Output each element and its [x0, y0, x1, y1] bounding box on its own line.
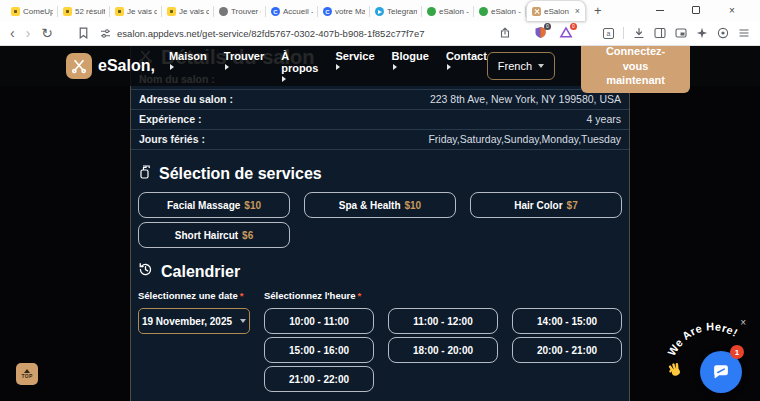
calendar-section-title: Calendrier — [138, 262, 622, 281]
calendar-title-text: Calendrier — [161, 263, 240, 281]
nav-item-label: Maison — [169, 50, 207, 62]
bookmark-icon[interactable] — [78, 27, 89, 39]
tab[interactable]: Je vais con — [162, 2, 214, 21]
nav-item-contact[interactable]: Contact — [446, 50, 487, 82]
language-select[interactable]: French — [487, 52, 555, 80]
url-text[interactable]: esalon.appdevs.net/get-service/82fd5767-… — [117, 28, 424, 39]
service-option[interactable]: Spa & Health$10 — [304, 192, 456, 218]
window-close-button[interactable]: × — [714, 2, 750, 20]
toolbar-divider — [623, 27, 624, 39]
logo[interactable]: eSalon, — [66, 53, 155, 79]
window-maximize-button[interactable] — [678, 2, 714, 20]
chat-widget: We Are Here! × 1 — [666, 315, 750, 395]
shield-extension-icon[interactable]: 0 — [534, 26, 547, 41]
nav-caret-icon — [170, 64, 174, 70]
extensions-icon[interactable] — [696, 27, 708, 39]
tab[interactable]: Trouver cli — [214, 2, 266, 21]
tab[interactable]: CAccueil - C — [266, 2, 318, 21]
tab-label: eSalon — [544, 7, 572, 16]
calendar-section: Sélectionnez une date* 19 November, 2025… — [138, 290, 622, 392]
service-option[interactable]: Facial Massage$10 — [138, 192, 290, 218]
date-select[interactable]: 19 November, 2025 — [138, 308, 250, 334]
tab[interactable]: ComeUp - — [6, 2, 58, 21]
nav-item-trouver[interactable]: Trouver — [224, 50, 264, 82]
time-slot-option[interactable]: 21:00 - 22:00 — [264, 366, 374, 392]
tab-label: votre Mar — [335, 7, 365, 16]
chat-bubble-icon — [710, 361, 732, 383]
time-slot-option[interactable]: 10:00 - 11:00 — [264, 308, 374, 334]
logo-text: eSalon, — [98, 57, 155, 75]
chat-close-icon[interactable]: × — [740, 317, 746, 328]
nav-caret-icon — [447, 64, 451, 70]
triangle-extension-icon[interactable]: 0 — [559, 26, 573, 40]
nav-caret-icon — [336, 64, 340, 70]
nav-item-label: À propos — [281, 50, 318, 74]
back-icon[interactable]: ‹ — [10, 26, 15, 40]
profile-icon[interactable] — [717, 27, 729, 39]
detail-label: Adresse du salon : — [139, 93, 233, 105]
toolbar-right-icons: a — [603, 27, 750, 39]
required-asterisk: * — [240, 290, 244, 301]
time-slot-grid: 10:00 - 11:0011:00 - 12:0014:00 - 15:001… — [264, 308, 622, 392]
detail-label: Jours fériés : — [139, 133, 205, 145]
service-price: $10 — [405, 200, 422, 211]
comeup-favicon — [115, 7, 124, 16]
service-option[interactable]: Hair Color$7 — [470, 192, 622, 218]
service-name: Spa & Health — [339, 200, 401, 211]
sidebar-icon[interactable] — [654, 27, 666, 39]
site-info-icon[interactable] — [100, 28, 111, 39]
top-label: TOP — [21, 373, 32, 379]
chevron-down-icon — [538, 64, 544, 68]
time-slot-option[interactable]: 20:00 - 21:00 — [512, 337, 622, 363]
detail-value: 4 years — [587, 113, 621, 125]
tab[interactable]: Je vais cré — [110, 2, 162, 21]
window-minimize-button[interactable] — [642, 2, 678, 20]
detail-row: Expérience :4 years — [138, 110, 622, 129]
tab[interactable]: 52 résultat — [58, 2, 110, 21]
nav-item-label: Service — [335, 50, 374, 62]
globe-favicon — [219, 7, 228, 16]
window-controls: × — [642, 2, 760, 20]
tab[interactable]: Telegram W — [370, 2, 422, 21]
time-slot-option[interactable]: 18:00 - 20:00 — [388, 337, 498, 363]
back-to-top-button[interactable]: TOP — [16, 363, 38, 385]
reader-mode-icon[interactable]: a — [603, 28, 614, 39]
green-favicon — [427, 7, 436, 16]
login-button[interactable]: Connectez-vous maintenant — [581, 46, 690, 93]
tab[interactable]: eSalon - P — [422, 2, 474, 21]
esalon-favicon — [532, 7, 541, 16]
tab[interactable]: Cvotre Mar — [318, 2, 370, 21]
date-label: Sélectionnez une date* — [138, 290, 250, 301]
browser-tab-bar: ComeUp -52 résultatJe vais créJe vais co… — [0, 0, 760, 21]
extension-badge: 0 — [570, 23, 577, 30]
nav-item-service[interactable]: Service — [335, 50, 374, 82]
time-slot-option[interactable]: 11:00 - 12:00 — [388, 308, 498, 334]
nav-item-blogue[interactable]: Blogue — [392, 50, 429, 82]
picture-in-picture-icon[interactable] — [675, 27, 687, 39]
divider — [131, 149, 629, 150]
tab[interactable]: eSalon - P — [474, 2, 526, 21]
service-option[interactable]: Short Haircut$6 — [138, 222, 290, 248]
service-price: $6 — [242, 230, 253, 241]
menu-icon[interactable] — [738, 27, 750, 39]
nav-item-maison[interactable]: Maison — [169, 50, 207, 82]
tab-close-icon[interactable]: × — [575, 6, 580, 16]
tab-active[interactable]: eSalon× — [526, 0, 586, 21]
esalon-logo-icon — [66, 53, 92, 79]
nav-item--propos[interactable]: À propos — [281, 50, 318, 82]
time-slot-option[interactable]: 15:00 - 16:00 — [264, 337, 374, 363]
download-icon[interactable] — [633, 27, 645, 39]
telegram-favicon — [375, 7, 384, 16]
tab-label: Trouver cli — [231, 7, 261, 16]
date-column: Sélectionnez une date* 19 November, 2025 — [138, 290, 250, 392]
forward-icon[interactable]: › — [26, 26, 31, 40]
tab-label: Je vais cré — [127, 7, 157, 16]
page: Détails du salon Nom du salon :Adresse d… — [0, 46, 760, 401]
time-slot-option[interactable]: 14:00 - 15:00 — [512, 308, 622, 334]
new-tab-button[interactable]: + — [594, 3, 602, 18]
date-select-value: 19 November, 2025 — [142, 316, 232, 327]
share-icon[interactable] — [499, 27, 511, 39]
address-bar[interactable]: esalon.appdevs.net/get-service/82fd5767-… — [100, 26, 573, 41]
reload-icon[interactable]: ↻ — [41, 26, 53, 40]
service-name: Hair Color — [514, 200, 562, 211]
